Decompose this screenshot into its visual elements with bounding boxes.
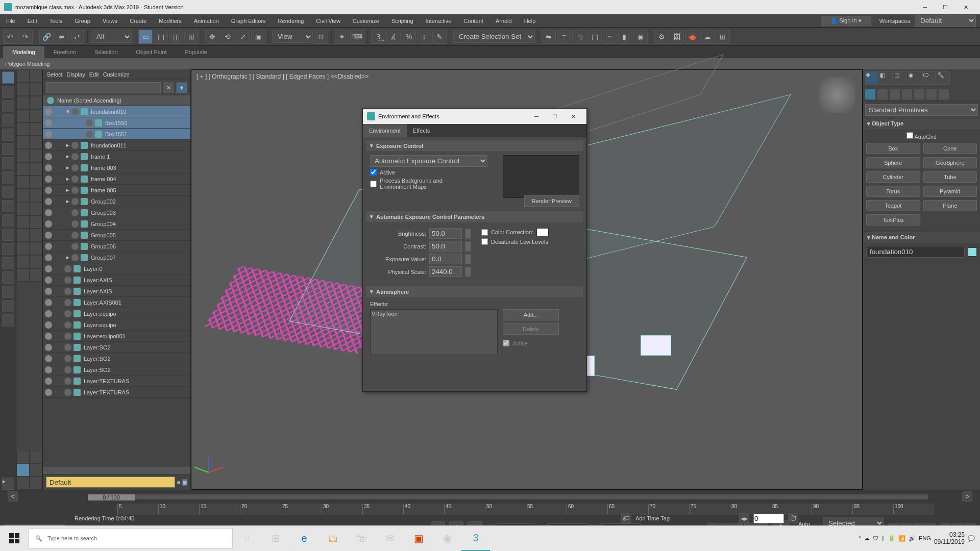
cat-shapes-icon[interactable] bbox=[877, 89, 888, 99]
cat-cameras-icon[interactable] bbox=[902, 89, 912, 99]
left-tool-icon[interactable] bbox=[2, 257, 14, 269]
left-tool-icon[interactable] bbox=[2, 186, 14, 198]
visibility-icon[interactable] bbox=[45, 176, 52, 183]
freeze-icon[interactable] bbox=[71, 153, 79, 160]
dialog-tab-effects[interactable]: Effects bbox=[407, 124, 436, 137]
expand-icon[interactable]: ▸ bbox=[65, 254, 70, 261]
menu-animation[interactable]: Animation bbox=[188, 14, 225, 28]
menu-content[interactable]: Content bbox=[457, 14, 489, 28]
freeze-icon[interactable] bbox=[71, 220, 79, 228]
left-tool-icon[interactable] bbox=[2, 229, 14, 241]
chrome-icon[interactable]: ◉ bbox=[433, 525, 461, 551]
freeze-icon[interactable] bbox=[86, 131, 93, 138]
visibility-icon[interactable] bbox=[45, 355, 52, 362]
cat-helpers-icon[interactable] bbox=[914, 89, 924, 99]
left-tool-icon[interactable] bbox=[2, 243, 14, 255]
unlink-button[interactable]: ⇎ bbox=[55, 30, 69, 44]
render-button[interactable]: 🫖 bbox=[685, 30, 699, 44]
layer-btn-1[interactable]: ≡ bbox=[177, 479, 180, 485]
open-autodesk-button[interactable]: ⊞ bbox=[716, 30, 730, 44]
ribbon-tab-populate[interactable]: Populate bbox=[176, 46, 216, 58]
menu-graph-editors[interactable]: Graph Editors bbox=[225, 14, 272, 28]
sign-in-button[interactable]: 👤 Sign In ▾ bbox=[821, 16, 871, 26]
menu-customize[interactable]: Customize bbox=[347, 14, 385, 28]
scene-item[interactable]: Group006 bbox=[43, 241, 190, 252]
left-tool-icon[interactable] bbox=[2, 114, 14, 127]
dialog-tab-environment[interactable]: Environment bbox=[363, 124, 407, 137]
menu-civil-view[interactable]: Civil View bbox=[310, 14, 346, 28]
rollout-object-type[interactable]: ▾ Object Type bbox=[863, 118, 980, 129]
spinner-arrows[interactable] bbox=[465, 241, 471, 252]
visibility-icon[interactable] bbox=[45, 389, 52, 396]
palette-btn[interactable] bbox=[16, 83, 30, 96]
visibility-icon[interactable] bbox=[45, 310, 52, 317]
atmo-active-check[interactable]: Active bbox=[503, 340, 559, 346]
palette-btn[interactable] bbox=[16, 96, 30, 109]
freeze-icon[interactable] bbox=[71, 108, 79, 115]
palette-btn[interactable] bbox=[16, 109, 30, 122]
redo-button[interactable]: ↷ bbox=[18, 30, 33, 44]
scene-item[interactable]: Group003 bbox=[43, 207, 190, 218]
menu-create[interactable]: Create bbox=[124, 14, 153, 28]
placement-button[interactable]: ◉ bbox=[251, 30, 265, 44]
scene-item[interactable]: Layer:AXIS001 bbox=[43, 297, 190, 308]
palette-btn[interactable] bbox=[30, 242, 43, 255]
freeze-icon[interactable] bbox=[64, 378, 71, 385]
visibility-icon[interactable] bbox=[45, 321, 52, 329]
desaturate-check[interactable]: Desaturate Low Levels bbox=[481, 238, 549, 245]
freeze-icon[interactable] bbox=[64, 277, 71, 284]
exposure-type-select[interactable]: Automatic Exposure Control bbox=[370, 155, 487, 167]
scene-item[interactable]: Group004 bbox=[43, 218, 190, 230]
scene-item[interactable]: ▸Group007 bbox=[43, 252, 190, 263]
store-icon[interactable]: 🛍 bbox=[347, 525, 376, 551]
palette-btn[interactable] bbox=[30, 122, 43, 136]
palette-btn[interactable] bbox=[30, 162, 43, 176]
expand-icon[interactable]: ▸ bbox=[65, 187, 70, 193]
palette-btn[interactable] bbox=[30, 136, 43, 149]
scene-item[interactable]: Layer:equipo bbox=[43, 308, 190, 319]
expand-icon[interactable]: ▸ bbox=[65, 164, 70, 171]
primitive-cone[interactable]: Cone bbox=[923, 143, 977, 154]
palette-btn[interactable] bbox=[16, 477, 30, 490]
menu-file[interactable]: File bbox=[0, 14, 21, 28]
visibility-icon[interactable] bbox=[45, 131, 52, 138]
freeze-icon[interactable] bbox=[64, 321, 71, 329]
schematic-button[interactable]: ◧ bbox=[618, 30, 632, 44]
scene-item[interactable]: ▸frame 1 bbox=[43, 151, 190, 162]
left-tool-icon[interactable] bbox=[2, 143, 14, 155]
effects-list[interactable]: VRayToon bbox=[370, 309, 498, 355]
time-slider-thumb[interactable]: 0 / 100 bbox=[87, 494, 135, 501]
workspace-select[interactable]: Default bbox=[915, 15, 976, 27]
tray-notifications-icon[interactable]: 💬 bbox=[968, 535, 975, 542]
visibility-icon[interactable] bbox=[45, 198, 52, 205]
contrast-input[interactable] bbox=[429, 241, 462, 252]
left-tool-icon[interactable] bbox=[2, 129, 14, 141]
left-tool-icon[interactable] bbox=[2, 171, 14, 184]
exposure-value-input[interactable] bbox=[429, 254, 462, 264]
visibility-icon[interactable] bbox=[45, 265, 52, 272]
layer-name-input[interactable] bbox=[46, 477, 175, 488]
object-name-input[interactable] bbox=[866, 246, 965, 258]
freeze-icon[interactable] bbox=[71, 142, 79, 149]
scene-list-header[interactable]: Name (Sorted Ascending) bbox=[43, 95, 190, 106]
palette-btn[interactable] bbox=[30, 255, 43, 268]
primitive-tube[interactable]: Tube bbox=[923, 171, 977, 183]
visibility-icon[interactable] bbox=[45, 153, 52, 160]
physical-scale-input[interactable] bbox=[429, 266, 462, 277]
scene-item[interactable]: Layer:TEXTURAS bbox=[43, 375, 190, 387]
layers-button[interactable]: ▦ bbox=[572, 30, 586, 44]
freeze-icon[interactable] bbox=[71, 176, 79, 183]
ribbon-tab-selection[interactable]: Selection bbox=[85, 46, 127, 58]
select-name-button[interactable]: ▤ bbox=[154, 30, 168, 44]
freeze-icon[interactable] bbox=[64, 389, 71, 396]
add-time-tag[interactable]: Add Time Tag bbox=[635, 515, 670, 521]
snap-button[interactable]: 3͢ bbox=[371, 30, 385, 44]
ribbon-tab-freeform[interactable]: Freeform bbox=[44, 46, 86, 58]
scene-search-clear[interactable]: ✕ bbox=[163, 82, 174, 93]
scene-item[interactable]: Box1551 bbox=[43, 129, 190, 140]
link-button[interactable]: 🔗 bbox=[39, 30, 54, 44]
freeze-icon[interactable] bbox=[64, 310, 71, 317]
dialog-close[interactable]: ✕ bbox=[564, 113, 582, 120]
freeze-icon[interactable] bbox=[86, 119, 93, 127]
left-tool-icon[interactable] bbox=[2, 157, 14, 169]
